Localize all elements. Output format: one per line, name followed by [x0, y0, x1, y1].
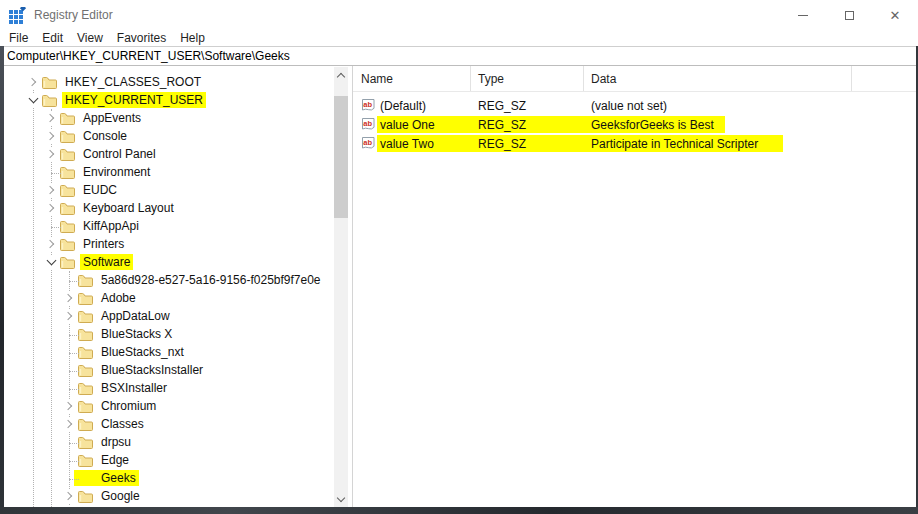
chevron-right-icon[interactable] — [62, 489, 76, 503]
registry-key-icon — [78, 490, 93, 503]
value-row-default[interactable]: ab (Default) REG_SZ (value not set) — [353, 96, 918, 115]
registry-key-icon — [60, 166, 75, 179]
registry-key-icon — [78, 382, 93, 395]
chevron-down-icon[interactable] — [26, 93, 40, 107]
chevron-right-icon[interactable] — [44, 237, 58, 251]
address-bar[interactable]: Computer\HKEY_CURRENT_USER\Software\Geek… — [0, 46, 918, 66]
tree-item-bsxinstaller[interactable]: BSXInstaller — [0, 379, 331, 397]
tree-item-5a86d928-e527-5a16-9156-f025bf9f7e0e[interactable]: 5a86d928-e527-5a16-9156-f025bf9f7e0e — [0, 271, 331, 289]
tree-item-geeks[interactable]: Geeks — [0, 469, 331, 487]
tree-item-kiffappapi[interactable]: KiffAppApi — [0, 217, 331, 235]
maximize-icon — [845, 11, 854, 20]
value-type: REG_SZ — [471, 118, 584, 132]
tree-item-label: HKEY_CLASSES_ROOT — [62, 74, 204, 90]
tree-item-label: BlueStacks X — [98, 326, 175, 342]
tree-item-label: Control Panel — [80, 146, 159, 162]
tree-item-appevents[interactable]: AppEvents — [0, 109, 331, 127]
address-path: Computer\HKEY_CURRENT_USER\Software\Geek… — [7, 49, 290, 63]
tree-item-label: EUDC — [80, 182, 120, 198]
scroll-up-button[interactable] — [334, 67, 348, 83]
tree-item-software[interactable]: Software — [0, 253, 331, 271]
registry-key-icon — [78, 364, 93, 377]
string-value-ab-icon: ab — [361, 137, 376, 150]
menu-item-view[interactable]: View — [70, 31, 110, 45]
chevron-right-icon[interactable] — [62, 291, 76, 305]
scroll-down-button[interactable] — [334, 491, 348, 507]
chevron-down-icon[interactable] — [44, 255, 58, 269]
column-header-data[interactable]: Data — [584, 66, 852, 91]
tree-item-bluestacks-x[interactable]: BlueStacks X — [0, 325, 331, 343]
value-data: GeeksforGeeks is Best — [584, 118, 714, 132]
tree-item-label: Google — [98, 488, 143, 504]
close-button[interactable]: ✕ — [872, 0, 918, 30]
tree-item-label: Printers — [80, 236, 127, 252]
chevron-right-icon[interactable] — [44, 201, 58, 215]
chevron-right-icon[interactable] — [62, 399, 76, 413]
tree-vertical-scrollbar[interactable] — [334, 67, 348, 507]
tree-item-label: Console — [80, 128, 130, 144]
minimize-button[interactable] — [780, 0, 826, 30]
tree: HKEY_CLASSES_ROOT HKEY_CURRENT_USER AppE… — [0, 66, 331, 514]
tree-leaf-connector — [62, 471, 76, 485]
menu-bar: FileEditViewFavoritesHelp — [0, 30, 918, 46]
main-area: HKEY_CLASSES_ROOT HKEY_CURRENT_USER AppE… — [0, 66, 918, 514]
tree-item-label: BlueStacks_nxt — [98, 344, 187, 360]
window-controls: ✕ — [780, 0, 918, 30]
registry-key-icon — [78, 418, 93, 431]
tree-item-hkey-classes-root[interactable]: HKEY_CLASSES_ROOT — [0, 73, 331, 91]
value-data: Participate in Technical Scripter — [584, 137, 758, 151]
chevron-right-icon[interactable] — [26, 75, 40, 89]
tree-item-bluestacksinstaller[interactable]: BlueStacksInstaller — [0, 361, 331, 379]
chevron-right-icon[interactable] — [44, 111, 58, 125]
tree-item-label: Adobe — [98, 290, 139, 306]
svg-text:ab: ab — [363, 100, 372, 109]
chevron-right-icon[interactable] — [44, 129, 58, 143]
chevron-right-icon[interactable] — [62, 309, 76, 323]
registry-key-icon — [42, 94, 57, 107]
registry-editor-app-icon — [9, 7, 26, 24]
tree-item-eudc[interactable]: EUDC — [0, 181, 331, 199]
tree-item-keyboard-layout[interactable]: Keyboard Layout — [0, 199, 331, 217]
tree-item-adobe[interactable]: Adobe — [0, 289, 331, 307]
chevron-right-icon[interactable] — [62, 417, 76, 431]
tree-item-label: Geeks — [98, 470, 139, 486]
registry-key-icon — [78, 436, 93, 449]
menu-item-file[interactable]: File — [2, 31, 35, 45]
registry-key-icon — [78, 454, 93, 467]
tree-leaf-connector — [44, 165, 58, 179]
tree-item-classes[interactable]: Classes — [0, 415, 331, 433]
tree-item-environment[interactable]: Environment — [0, 163, 331, 181]
value-row-value-two[interactable]: ab value Two REG_SZ Participate in Techn… — [353, 134, 918, 153]
value-row-value-one[interactable]: ab value One REG_SZ GeeksforGeeks is Bes… — [353, 115, 918, 134]
menu-item-favorites[interactable]: Favorites — [110, 31, 173, 45]
desktop-edge-bottom — [0, 507, 918, 514]
value-data: (value not set) — [584, 99, 667, 113]
tree-item-edge[interactable]: Edge — [0, 451, 331, 469]
registry-key-icon — [78, 400, 93, 413]
value-name: value One — [380, 118, 435, 132]
tree-item-label: drpsu — [98, 434, 134, 450]
scrollbar-thumb[interactable] — [334, 96, 348, 218]
maximize-button[interactable] — [826, 0, 872, 30]
registry-key-icon — [60, 256, 75, 269]
registry-key-icon — [78, 310, 93, 323]
tree-item-control-panel[interactable]: Control Panel — [0, 145, 331, 163]
tree-leaf-connector — [62, 327, 76, 341]
registry-key-icon — [60, 184, 75, 197]
column-header-name[interactable]: Name — [353, 66, 471, 91]
registry-key-icon — [78, 292, 93, 305]
tree-item-chromium[interactable]: Chromium — [0, 397, 331, 415]
menu-item-help[interactable]: Help — [173, 31, 212, 45]
tree-item-bluestacks-nxt[interactable]: BlueStacks_nxt — [0, 343, 331, 361]
chevron-right-icon[interactable] — [44, 183, 58, 197]
tree-item-console[interactable]: Console — [0, 127, 331, 145]
tree-item-appdatalow[interactable]: AppDataLow — [0, 307, 331, 325]
registry-key-icon — [60, 112, 75, 125]
tree-item-printers[interactable]: Printers — [0, 235, 331, 253]
chevron-right-icon[interactable] — [44, 147, 58, 161]
column-header-type[interactable]: Type — [471, 66, 584, 91]
tree-item-hkey-current-user[interactable]: HKEY_CURRENT_USER — [0, 91, 331, 109]
menu-item-edit[interactable]: Edit — [35, 31, 70, 45]
tree-item-drpsu[interactable]: drpsu — [0, 433, 331, 451]
string-value-ab-icon: ab — [361, 99, 376, 112]
